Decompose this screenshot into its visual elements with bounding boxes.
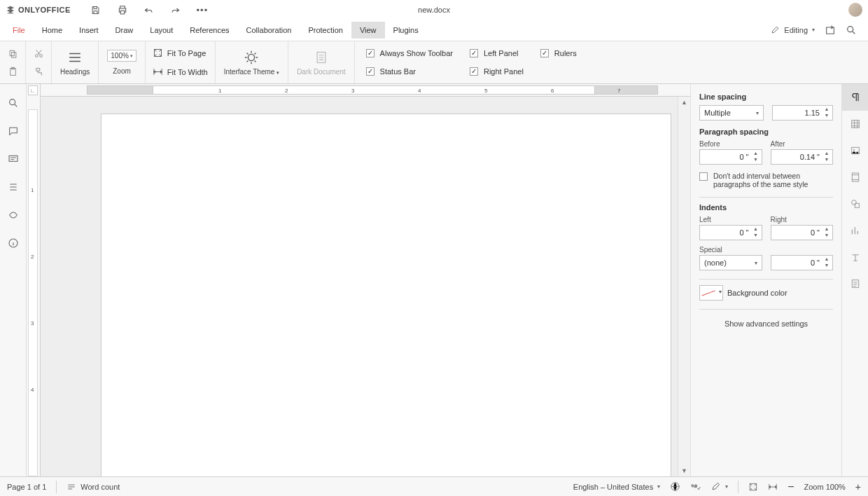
clipboard-group [0,41,26,83]
editing-mode-button[interactable]: Editing ▾ [771,25,815,34]
horizontal-ruler[interactable]: 1 2 3 4 5 6 7 [41,84,690,97]
page-canvas[interactable] [55,97,678,476]
print-icon[interactable] [117,4,128,15]
more-icon[interactable]: ••• [197,4,208,15]
zoom-group: 100%▾ Zoom [99,41,146,83]
special-indent-value-input[interactable]: 0 "▲▼ [771,255,834,270]
scroll-up-icon[interactable]: ▲ [678,97,690,108]
track-changes-icon[interactable]: ▾ [710,481,728,492]
textart-settings-icon[interactable] [842,244,869,270]
tab-collaboration[interactable]: Collaboration [238,22,300,39]
word-count-icon [66,482,76,492]
cut-group [26,41,52,83]
spellcheck-icon[interactable] [690,481,701,492]
find-icon[interactable] [7,97,20,109]
special-indent-select[interactable]: (none)▾ [699,255,762,270]
feedback-icon[interactable] [7,209,20,221]
line-spacing-title: Line spacing [699,92,833,101]
toggle-rulers[interactable]: Rulers [540,49,577,57]
set-language-icon[interactable] [670,481,680,492]
fit-page-icon [153,48,163,58]
document-filename: new.docx [418,6,450,14]
table-settings-icon[interactable] [842,111,869,137]
search-icon[interactable] [846,25,857,36]
tab-layout[interactable]: Layout [141,22,181,39]
language-select[interactable]: English – United States▾ [573,483,660,491]
save-icon[interactable] [90,4,102,15]
quick-access-toolbar: ••• [90,4,208,15]
scroll-down-icon[interactable]: ▼ [678,465,690,476]
zoom-out-button[interactable]: − [788,481,794,493]
tab-draw[interactable]: Draw [107,22,142,39]
spacing-before-input[interactable]: 0 "▲▼ [699,149,762,165]
tab-references[interactable]: References [181,22,237,39]
svg-point-15 [853,149,855,151]
before-label: Before [699,140,762,148]
copy-icon[interactable] [7,48,18,59]
zoom-in-button[interactable]: + [855,481,861,492]
format-painter-icon[interactable] [33,66,44,77]
chat-icon[interactable] [7,153,20,165]
zoom-value-select[interactable]: 100%▾ [107,50,136,62]
tab-home[interactable]: Home [34,22,71,39]
svg-point-10 [9,99,15,105]
line-spacing-mode-select[interactable]: Multiple▾ [699,105,764,120]
vertical-ruler[interactable]: ∟ 1 2 3 4 [27,84,41,476]
background-color-picker[interactable] [699,285,723,301]
advanced-settings-link[interactable]: Show advanced settings [699,319,833,328]
document-page[interactable] [101,113,671,476]
zoom-level[interactable]: Zoom 100% [804,483,846,491]
form-settings-icon[interactable] [842,270,869,297]
undo-icon[interactable] [144,4,155,15]
indents-title: Indents [699,203,833,212]
shape-settings-icon[interactable] [842,191,869,217]
document-area: ∟ 1 2 3 4 1 2 3 4 [27,84,690,476]
navigation-button[interactable]: Headings [52,41,99,83]
fit-width-status-icon[interactable] [768,482,778,492]
image-settings-icon[interactable] [842,137,869,164]
tab-file[interactable]: File [4,22,34,39]
ribbon-view: Headings 100%▾ Zoom Fit To Page Fit To W… [0,41,868,84]
toggle-status-bar[interactable]: Status Bar [366,67,453,76]
toggle-always-toolbar[interactable]: Always Show Toolbar [366,49,453,57]
paragraph-settings-icon[interactable] [842,84,869,111]
headings-nav-icon[interactable] [7,181,20,193]
tab-plugins[interactable]: Plugins [385,22,427,39]
redo-icon[interactable] [170,4,181,15]
paragraph-spacing-title: Paragraph spacing [699,128,833,136]
chart-settings-icon[interactable] [842,217,869,244]
user-avatar[interactable] [848,3,862,17]
vertical-scrollbar[interactable]: ▲ ▼ [678,97,690,476]
word-count-button[interactable]: Word count [66,482,120,492]
line-spacing-value-input[interactable]: 1.15▲▼ [772,105,834,120]
indent-left-input[interactable]: 0 "▲▼ [699,225,762,240]
tab-view[interactable]: View [351,22,385,39]
dont-add-interval-checkbox[interactable]: Don't add interval between paragraphs of… [699,172,833,188]
app-logo: ONLYOFFICE [6,5,71,15]
indent-right-input[interactable]: 0 "▲▼ [771,225,834,240]
tab-protection[interactable]: Protection [300,22,351,39]
page-indicator[interactable]: Page 1 of 1 [7,483,46,491]
paste-icon[interactable] [7,66,18,77]
fit-page-status-icon[interactable] [748,482,758,492]
toggle-left-panel[interactable]: Left Panel [470,49,524,57]
right-toolbar [841,84,868,476]
cut-icon[interactable] [33,48,44,59]
spin-up-icon[interactable]: ▲ [822,106,831,113]
comments-icon[interactable] [7,125,20,137]
interface-theme-button[interactable]: Interface Theme ▾ [216,41,288,83]
spacing-after-input[interactable]: 0.14 "▲▼ [771,149,834,165]
dark-doc-icon [314,50,329,65]
about-icon[interactable] [7,237,20,249]
open-location-icon[interactable] [825,25,836,36]
toggle-right-panel[interactable]: Right Panel [470,67,524,76]
ruler-corner[interactable]: ∟ [28,85,38,95]
tab-insert[interactable]: Insert [71,22,107,39]
indent-right-label: Right [771,216,834,223]
header-footer-icon[interactable] [842,164,869,191]
spin-down-icon[interactable]: ▼ [822,113,831,119]
svg-rect-16 [852,173,858,181]
fit-to-page-button[interactable]: Fit To Page [153,48,208,58]
title-bar: ONLYOFFICE ••• new.docx [0,0,868,20]
fit-to-width-button[interactable]: Fit To Width [153,67,208,77]
